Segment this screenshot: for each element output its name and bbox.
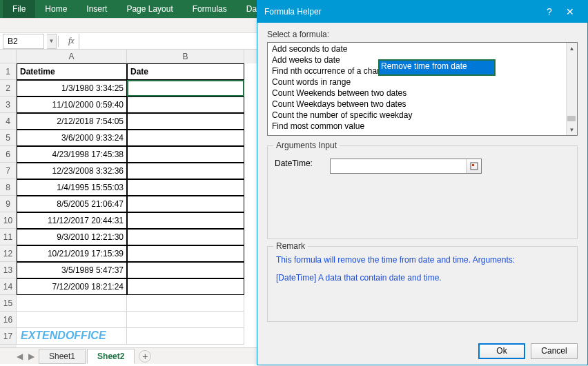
formula-listbox[interactable]: Add seconds to date Add weeks to date Fi… [267, 42, 578, 136]
list-item[interactable]: Count Weekdays between two dates [271, 99, 574, 110]
cell[interactable] [127, 328, 244, 345]
select-all-corner[interactable] [0, 50, 17, 63]
cell[interactable] [127, 130, 244, 146]
arguments-group-label: Arguments Input [273, 141, 340, 150]
cell[interactable] [17, 312, 127, 328]
scroll-down-icon[interactable]: ▼ [567, 124, 577, 135]
listbox-scrollbar[interactable]: ▲ ▼ [566, 43, 577, 135]
cell[interactable]: 1/4/1995 15:55:03 [17, 179, 127, 196]
scroll-up-icon[interactable]: ▲ [567, 43, 577, 54]
sheet-tab-sheet2[interactable]: Sheet2 [87, 349, 135, 364]
name-box[interactable]: B2 [3, 34, 44, 49]
list-item[interactable]: Find most common value [271, 121, 574, 132]
cell[interactable] [127, 163, 244, 179]
list-item[interactable]: Add seconds to date [271, 43, 574, 54]
ribbon-tab-home[interactable]: Home [35, 0, 77, 18]
row-header[interactable]: 7 [0, 163, 17, 179]
scroll-thumb[interactable] [567, 116, 576, 121]
cell[interactable] [127, 229, 244, 245]
cell[interactable] [127, 262, 244, 278]
cell[interactable]: 7/12/2009 18:21:24 [17, 278, 127, 295]
cell[interactable] [127, 212, 244, 229]
cell[interactable] [127, 245, 244, 262]
cell[interactable] [127, 312, 244, 328]
row-header[interactable]: 1 [0, 63, 17, 80]
row-header[interactable]: 13 [0, 262, 17, 278]
dialog-title: Formula Helper [264, 7, 539, 17]
cell[interactable] [127, 278, 244, 295]
remark-group: Remark This formula will remove the time… [267, 246, 578, 322]
range-picker-button[interactable] [466, 159, 481, 173]
select-formula-label: Select a formula: [267, 30, 578, 39]
cell[interactable]: 2/12/2018 7:54:05 [17, 113, 127, 130]
row-header[interactable]: 14 [0, 278, 17, 295]
ribbon-tab-page-layout[interactable]: Page Layout [117, 0, 182, 18]
cell[interactable]: 12/23/2008 3:32:36 [17, 163, 127, 179]
cell[interactable] [127, 295, 244, 312]
cell[interactable]: 8/5/2005 21:06:47 [17, 196, 127, 212]
cell[interactable]: 1/3/1980 3:34:25 [17, 80, 127, 96]
tab-nav-next-icon[interactable]: ▶ [26, 352, 37, 361]
cell[interactable] [17, 295, 127, 312]
cell[interactable]: 3/6/2000 9:33:24 [17, 130, 127, 146]
list-item[interactable]: Count words in range [271, 77, 574, 88]
cell[interactable] [127, 179, 244, 196]
formula-helper-dialog: Formula Helper ? ✕ Select a formula: Add… [257, 0, 588, 365]
list-item[interactable]: Count the number of specific weekday [271, 110, 574, 121]
row-header[interactable]: 11 [0, 229, 17, 245]
col-header[interactable]: A [17, 50, 127, 63]
col-header[interactable]: B [127, 50, 244, 63]
row-header[interactable]: 17 [0, 328, 17, 345]
list-item[interactable]: Count Weekends between two dates [271, 88, 574, 99]
cell[interactable]: 9/3/2010 12:21:30 [17, 229, 127, 245]
remark-line: [DateTime] A data that contain date and … [276, 273, 569, 283]
row-header[interactable]: 8 [0, 179, 17, 196]
list-item[interactable]: Add weeks to date [271, 54, 574, 65]
new-sheet-button[interactable]: + [139, 350, 151, 363]
cell[interactable] [127, 80, 244, 96]
row-header[interactable]: 6 [0, 146, 17, 163]
arguments-group: Arguments Input DateTime: [267, 145, 578, 239]
tab-nav-prev-icon[interactable]: ◀ [14, 352, 26, 361]
range-picker-icon [470, 162, 478, 170]
dialog-titlebar[interactable]: Formula Helper ? ✕ [257, 1, 587, 23]
cell[interactable] [127, 96, 244, 113]
close-icon[interactable]: ✕ [560, 3, 580, 20]
cell[interactable]: Datetime [17, 63, 127, 80]
row-header[interactable]: 3 [0, 96, 17, 113]
row-header[interactable]: 12 [0, 245, 17, 262]
row-header[interactable]: 15 [0, 295, 17, 312]
cell[interactable]: 11/12/2017 20:44:31 [17, 212, 127, 229]
ribbon-tab-insert[interactable]: Insert [77, 0, 117, 18]
fx-icon[interactable]: fx [64, 36, 79, 46]
remark-line: This formula will remove the time from d… [276, 255, 569, 265]
cell[interactable]: 10/21/2019 17:15:39 [17, 245, 127, 262]
cancel-button[interactable]: Cancel [531, 343, 578, 359]
row-header[interactable]: 10 [0, 212, 17, 229]
cell[interactable] [127, 196, 244, 212]
row-header[interactable]: 4 [0, 113, 17, 130]
name-box-dropdown[interactable]: ▼ [47, 34, 57, 49]
sheet-tab-sheet1[interactable]: Sheet1 [39, 349, 86, 364]
ribbon-tab-formulas[interactable]: Formulas [183, 0, 237, 18]
row-header[interactable]: 9 [0, 196, 17, 212]
ribbon-tab-file[interactable]: File [3, 0, 35, 18]
cell[interactable]: 4/23/1998 17:45:38 [17, 146, 127, 163]
watermark: EXTENDOFFICE [21, 329, 106, 342]
datetime-input[interactable] [331, 159, 466, 173]
cell[interactable] [127, 146, 244, 163]
row-header[interactable]: 2 [0, 80, 17, 96]
list-item[interactable]: Find nth occurrence of a character [271, 65, 574, 77]
row-header[interactable]: 16 [0, 312, 17, 328]
ok-button[interactable]: Ok [478, 343, 525, 359]
cell[interactable]: 11/10/2000 0:59:40 [17, 96, 127, 113]
cell[interactable]: 3/5/1989 5:47:37 [17, 262, 127, 278]
cell[interactable] [127, 113, 244, 130]
datetime-arg-label: DateTime: [275, 159, 323, 168]
row-header[interactable]: 5 [0, 130, 17, 146]
remark-label: Remark [273, 241, 308, 251]
help-button[interactable]: ? [539, 3, 560, 20]
svg-rect-1 [472, 164, 474, 166]
cell[interactable]: Date [127, 63, 244, 80]
